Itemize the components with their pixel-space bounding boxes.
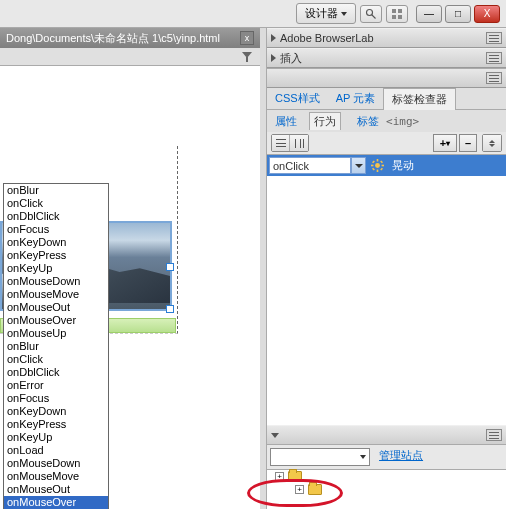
manage-sites-link[interactable]: 管理站点 <box>379 449 423 461</box>
svg-rect-14 <box>372 168 375 171</box>
tab-attributes[interactable]: 属性 <box>271 113 301 130</box>
tree-row-root[interactable]: + <box>267 470 506 483</box>
window-controls: — □ X <box>416 5 500 23</box>
tab-ap-elements[interactable]: AP 元素 <box>328 88 384 109</box>
chevron-down-icon <box>355 164 363 168</box>
reorder-segment[interactable] <box>482 134 502 152</box>
files-tree: + + <box>267 469 506 509</box>
panel-insert[interactable]: 插入 <box>267 48 506 68</box>
event-option[interactable]: onMouseDown <box>4 275 108 288</box>
event-dropdown-button[interactable] <box>351 157 366 174</box>
remove-behavior-button[interactable]: – <box>459 134 477 152</box>
event-option[interactable]: onError <box>4 379 108 392</box>
behavior-event-row: onClick 晃动 <box>267 155 506 176</box>
app-top-bar: 设计器 — □ X <box>0 0 506 28</box>
add-behavior-button[interactable]: +▾ <box>433 134 457 152</box>
move-up-down-icon[interactable] <box>483 135 501 151</box>
close-tab-button[interactable]: x <box>240 31 254 45</box>
expand-icon[interactable]: + <box>295 485 304 494</box>
event-option[interactable]: onFocus <box>4 392 108 405</box>
panel-browserlab[interactable]: Adobe BrowserLab <box>267 28 506 48</box>
event-option[interactable]: onMouseDown <box>4 457 108 470</box>
inspector-sub-tabs: 属性 行为 标签 <img> <box>267 110 506 132</box>
files-toolbar: 管理站点 <box>267 444 506 469</box>
expand-right-icon <box>271 34 276 42</box>
event-option[interactable]: onKeyDown <box>4 405 108 418</box>
event-option[interactable]: onMouseUp <box>4 327 108 340</box>
svg-rect-2 <box>392 9 396 13</box>
event-option[interactable]: onKeyUp <box>4 431 108 444</box>
designer-label: 设计器 <box>305 6 338 21</box>
tab-css-styles[interactable]: CSS样式 <box>267 88 328 109</box>
panel-taginspector <box>267 68 506 88</box>
behavior-gear-icon[interactable] <box>369 157 386 174</box>
svg-point-6 <box>375 163 380 168</box>
svg-rect-7 <box>377 159 379 161</box>
panel-files-header[interactable] <box>267 425 506 445</box>
svg-rect-8 <box>377 170 379 172</box>
svg-rect-10 <box>382 165 384 167</box>
svg-rect-12 <box>380 168 383 171</box>
maximize-button[interactable]: □ <box>445 5 471 23</box>
event-option[interactable]: onKeyUp <box>4 262 108 275</box>
event-option[interactable]: onClick <box>4 353 108 366</box>
view-mode-segment[interactable] <box>271 134 309 152</box>
panel-menu-icon[interactable] <box>486 32 502 44</box>
expand-right-icon <box>271 54 276 62</box>
event-option[interactable]: onMouseOver <box>4 314 108 327</box>
panel-menu-icon[interactable] <box>486 429 502 441</box>
event-option[interactable]: onMouseMove <box>4 288 108 301</box>
event-option[interactable]: onBlur <box>4 340 108 353</box>
svg-rect-13 <box>380 160 383 163</box>
gear-icon <box>371 159 384 172</box>
event-option[interactable]: onKeyPress <box>4 249 108 262</box>
list-view-icon[interactable] <box>272 135 290 151</box>
site-select[interactable] <box>270 448 370 466</box>
minimize-button[interactable]: — <box>416 5 442 23</box>
event-option[interactable]: onFocus <box>4 223 108 236</box>
search-button[interactable] <box>360 5 382 23</box>
event-option[interactable]: onKeyPress <box>4 418 108 431</box>
event-option[interactable]: onKeyDown <box>4 236 108 249</box>
event-option[interactable]: onClick <box>4 197 108 210</box>
event-dropdown-list[interactable]: onBlur onClick onDblClick onFocus onKeyD… <box>3 183 109 509</box>
svg-rect-3 <box>398 9 402 13</box>
panel-menu-icon[interactable] <box>486 52 502 64</box>
current-tag-label: 标签 <img> <box>349 113 423 130</box>
event-option[interactable]: onDblClick <box>4 210 108 223</box>
column-view-icon[interactable] <box>290 135 308 151</box>
behavior-action-label[interactable]: 晃动 <box>389 158 417 173</box>
folder-icon <box>308 484 322 495</box>
panel-menu-icon[interactable] <box>486 72 502 84</box>
event-option[interactable]: onMouseOut <box>4 301 108 314</box>
event-option[interactable]: onDblClick <box>4 366 108 379</box>
svg-rect-5 <box>398 15 402 19</box>
folder-icon <box>288 471 302 482</box>
event-option[interactable]: onMouseMove <box>4 470 108 483</box>
event-option[interactable]: onMouseOver <box>4 496 108 509</box>
panel-title: Adobe BrowserLab <box>280 32 374 44</box>
tab-tag-inspector[interactable]: 标签检查器 <box>383 88 456 110</box>
document-tab[interactable]: Dong\Documents\未命名站点 1\c5\yinp.html x <box>0 28 260 48</box>
behavior-list-area <box>267 176 506 426</box>
svg-line-1 <box>372 14 376 18</box>
right-panels: Adobe BrowserLab 插入 CSS样式 AP 元素 标签检查器 属性… <box>266 28 506 509</box>
workspace-button[interactable] <box>386 5 408 23</box>
expand-icon[interactable]: + <box>275 472 284 481</box>
close-button[interactable]: X <box>474 5 500 23</box>
event-option[interactable]: onBlur <box>4 184 108 197</box>
tab-behaviors[interactable]: 行为 <box>309 112 341 130</box>
event-option[interactable]: onLoad <box>4 444 108 457</box>
workspace-icon <box>391 8 403 20</box>
panel-category-tabs: CSS样式 AP 元素 标签检查器 <box>267 88 506 110</box>
designer-dropdown[interactable]: 设计器 <box>296 3 356 24</box>
document-path: Dong\Documents\未命名站点 1\c5\yinp.html <box>6 31 220 46</box>
svg-point-0 <box>367 9 373 15</box>
filter-icon[interactable] <box>242 52 252 62</box>
filter-bar <box>0 48 260 66</box>
tree-row-child[interactable]: + <box>267 483 506 496</box>
search-icon <box>365 8 377 20</box>
event-select-field[interactable]: onClick <box>269 157 351 174</box>
svg-rect-9 <box>371 165 373 167</box>
event-option[interactable]: onMouseOut <box>4 483 108 496</box>
